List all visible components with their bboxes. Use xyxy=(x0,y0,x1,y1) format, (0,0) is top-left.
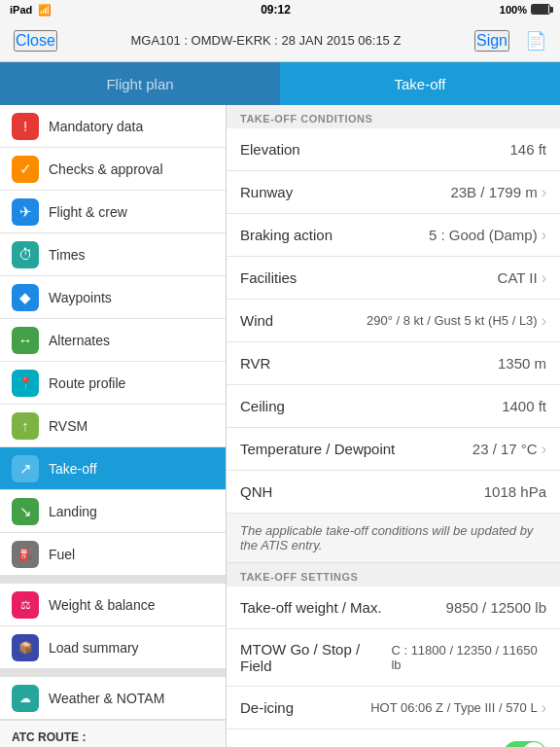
facilities-chevron: › xyxy=(542,269,546,287)
runway-label: Runway xyxy=(240,184,293,200)
flight-crew-icon: ✈ xyxy=(12,198,39,226)
sidebar-item-fuel[interactable]: ⛽ Fuel xyxy=(0,533,226,576)
sidebar-label-checks-approval: Checks & approval xyxy=(49,161,163,177)
landing-icon: ↘ xyxy=(12,498,39,525)
row-rvr: RVR 1350 m xyxy=(227,342,560,385)
takeoff-weight-label: Take-off weight / Max. xyxy=(240,599,382,616)
sidebar-label-rvsm: RVSM xyxy=(49,418,88,434)
sidebar-item-load-summary[interactable]: 📦 Load summary xyxy=(0,626,226,669)
waypoints-icon: ◆ xyxy=(12,284,39,311)
sidebar-label-flight-crew: Flight & crew xyxy=(49,204,127,220)
row-temperature-dewpoint[interactable]: Temperature / Dewpoint 23 / 17 °C › xyxy=(227,428,560,471)
row-braking-action[interactable]: Braking action 5 : Good (Damp) › xyxy=(227,214,560,257)
rvr-value: 1350 m xyxy=(498,355,546,372)
temperature-dewpoint-chevron: › xyxy=(542,441,546,458)
row-elevation: Elevation 146 ft xyxy=(227,128,560,171)
sidebar-label-route-profile: Route profile xyxy=(49,375,125,391)
row-de-icing[interactable]: De-icing HOT 06:06 Z / Type III / 570 L … xyxy=(227,687,560,729)
tab-bar: Flight plan Take-off xyxy=(0,62,560,105)
row-qnh: QNH 1018 hPa xyxy=(227,471,560,514)
facilities-value: CAT II › xyxy=(498,269,546,287)
title-bar-right: Sign 📄 xyxy=(474,30,546,52)
sidebar-item-times[interactable]: ⏱ Times xyxy=(0,233,226,276)
takeoff-conditions-header: TAKE-OFF CONDITIONS xyxy=(227,105,560,128)
sidebar-item-rvsm[interactable]: ↑ RVSM xyxy=(0,405,226,447)
runway-value: 23B / 1799 m › xyxy=(450,184,546,201)
document-icon[interactable]: 📄 xyxy=(525,30,546,52)
sidebar-label-alternates: Alternates xyxy=(49,333,110,348)
row-anti-ice[interactable]: Anti-ice xyxy=(227,729,560,747)
status-right: 100% xyxy=(500,4,550,17)
main-layout: ! Mandatory data ✓ Checks & approval ✈ F… xyxy=(0,105,560,747)
wind-chevron: › xyxy=(542,312,546,330)
weather-notam-icon: ☁ xyxy=(12,685,39,712)
sidebar-item-weight-balance[interactable]: ⚖ Weight & balance xyxy=(0,584,226,626)
tab-flight-plan[interactable]: Flight plan xyxy=(0,62,280,105)
fuel-icon: ⛽ xyxy=(12,541,39,568)
close-button[interactable]: Close xyxy=(14,30,57,52)
row-wind[interactable]: Wind 290° / 8 kt / Gust 5 kt (H5 / L3) › xyxy=(227,300,560,342)
sidebar-item-alternates[interactable]: ↔ Alternates xyxy=(0,319,226,362)
sidebar-label-load-summary: Load summary xyxy=(49,640,139,656)
mandatory-data-icon: ! xyxy=(12,113,39,140)
ceiling-value: 1400 ft xyxy=(502,398,546,414)
sidebar-label-times: Times xyxy=(49,247,86,263)
sidebar-divider xyxy=(0,576,226,584)
status-time: 09:12 xyxy=(261,3,291,17)
wind-label: Wind xyxy=(240,312,273,329)
anti-ice-toggle[interactable] xyxy=(504,741,546,747)
sidebar-divider-2 xyxy=(0,669,226,677)
sidebar-item-mandatory-data[interactable]: ! Mandatory data xyxy=(0,105,226,148)
sidebar: ! Mandatory data ✓ Checks & approval ✈ F… xyxy=(0,105,227,747)
sidebar-item-landing[interactable]: ↘ Landing xyxy=(0,490,226,533)
facilities-label: Facilities xyxy=(240,269,297,286)
atc-title: ATC ROUTE : xyxy=(12,729,214,746)
ceiling-label: Ceiling xyxy=(240,398,285,414)
wifi-icon: 📶 xyxy=(38,4,52,17)
sidebar-item-route-profile[interactable]: 📍 Route profile xyxy=(0,362,226,405)
row-ceiling: Ceiling 1400 ft xyxy=(227,385,560,428)
sidebar-item-checks-approval[interactable]: ✓ Checks & approval xyxy=(0,148,226,191)
take-off-icon: ↗ xyxy=(12,455,39,482)
qnh-value: 1018 hPa xyxy=(484,483,546,500)
flight-title: MGA101 : OMDW-EKRK : 28 JAN 2015 06:15 Z xyxy=(130,33,401,48)
temperature-dewpoint-label: Temperature / Dewpoint xyxy=(240,441,395,457)
route-profile-icon: 📍 xyxy=(12,370,39,397)
wind-value: 290° / 8 kt / Gust 5 kt (H5 / L3) › xyxy=(367,312,546,330)
times-icon: ⏱ xyxy=(12,241,39,268)
tab-take-off[interactable]: Take-off xyxy=(280,62,560,105)
sign-button[interactable]: Sign xyxy=(474,30,509,52)
ipad-label: iPad xyxy=(10,4,32,16)
sidebar-label-weather-notam: Weather & NOTAM xyxy=(49,691,164,706)
battery-label: 100% xyxy=(500,4,527,16)
sidebar-item-weather-notam[interactable]: ☁ Weather & NOTAM xyxy=(0,677,226,720)
row-takeoff-weight: Take-off weight / Max. 9850 / 12500 lb xyxy=(227,587,560,629)
braking-action-chevron: › xyxy=(542,227,546,244)
rvsm-icon: ↑ xyxy=(12,412,39,440)
mtow-label: MTOW Go / Stop / Field xyxy=(240,641,391,674)
load-summary-icon: 📦 xyxy=(12,634,39,661)
sidebar-item-flight-crew[interactable]: ✈ Flight & crew xyxy=(0,191,226,233)
sidebar-label-fuel: Fuel xyxy=(49,547,75,562)
sidebar-label-waypoints: Waypoints xyxy=(49,290,112,305)
row-mtow: MTOW Go / Stop / Field C : 11800 / 12350… xyxy=(227,629,560,687)
battery-icon xyxy=(531,4,550,17)
braking-action-label: Braking action xyxy=(240,227,332,243)
toggle-knob xyxy=(522,742,545,747)
row-runway[interactable]: Runway 23B / 1799 m › xyxy=(227,171,560,214)
row-facilities[interactable]: Facilities CAT II › xyxy=(227,257,560,300)
qnh-label: QNH xyxy=(240,483,272,500)
sidebar-item-waypoints[interactable]: ◆ Waypoints xyxy=(0,276,226,319)
sidebar-label-mandatory-data: Mandatory data xyxy=(49,119,143,134)
content-pane: TAKE-OFF CONDITIONS Elevation 146 ft Run… xyxy=(227,105,560,747)
title-bar: Close MGA101 : OMDW-EKRK : 28 JAN 2015 0… xyxy=(0,19,560,62)
atis-notice: The applicable take-off conditions will … xyxy=(227,514,560,563)
sidebar-label-take-off: Take-off xyxy=(49,461,97,477)
elevation-value: 146 ft xyxy=(509,141,546,158)
runway-chevron: › xyxy=(542,184,546,201)
sidebar-item-take-off[interactable]: ↗ Take-off xyxy=(0,447,226,490)
de-icing-label: De-icing xyxy=(240,699,294,716)
alternates-icon: ↔ xyxy=(12,327,39,354)
sidebar-label-landing: Landing xyxy=(49,504,97,519)
elevation-label: Elevation xyxy=(240,141,300,158)
